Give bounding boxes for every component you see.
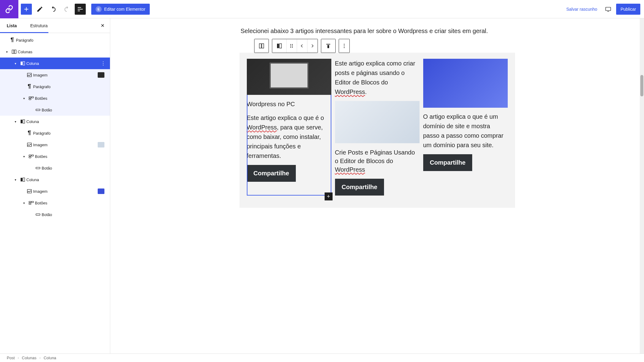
- breadcrumb-column[interactable]: Coluna: [43, 356, 56, 360]
- drag-handle[interactable]: [286, 39, 297, 53]
- site-logo[interactable]: [0, 0, 18, 18]
- column-icon: [19, 60, 26, 66]
- breadcrumb: Post › Colunas › Coluna: [0, 353, 644, 362]
- close-sidebar-button[interactable]: ×: [100, 21, 106, 30]
- align-button[interactable]: [321, 39, 335, 53]
- chevron-down-icon[interactable]: ▾: [20, 97, 28, 100]
- editor-canvas[interactable]: Selecionei abaixo 3 artigos interessante…: [110, 18, 644, 353]
- tree-item-botões[interactable]: ▾Botões: [0, 92, 110, 104]
- columns-block[interactable]: Wordpress no PC Este artigo explica o qu…: [239, 53, 515, 208]
- tree-thumbnail: [98, 142, 104, 147]
- tree-item-imagem[interactable]: Imagem: [0, 139, 110, 151]
- svg-point-30: [290, 46, 291, 47]
- tree-item-botões[interactable]: ▾Botões: [0, 151, 110, 162]
- tree-item-botão[interactable]: Botão: [0, 209, 110, 220]
- tree-item-coluna[interactable]: ▾Coluna⋮: [0, 58, 110, 69]
- chevron-down-icon[interactable]: ▾: [20, 155, 28, 158]
- list-view-button[interactable]: [75, 4, 86, 15]
- more-options-button[interactable]: [339, 39, 349, 53]
- chevron-down-icon[interactable]: ▾: [12, 178, 19, 181]
- share-button-1[interactable]: Compartilhe: [247, 165, 296, 182]
- svg-rect-1: [12, 50, 14, 54]
- block-tree: Parágrafo▾Colunas▾Coluna⋮ImagemParágrafo…: [0, 33, 110, 353]
- edit-with-elementor-button[interactable]: E Editar com Elementor: [91, 4, 150, 15]
- tree-item-parágrafo[interactable]: Parágrafo: [0, 34, 110, 46]
- tree-item-botões[interactable]: ▾Botões: [0, 197, 110, 209]
- svg-rect-21: [32, 201, 34, 203]
- add-block-button[interactable]: [21, 4, 32, 15]
- insert-block-button[interactable]: +: [325, 192, 333, 200]
- share-button-2[interactable]: Compartilhe: [335, 179, 384, 196]
- svg-rect-25: [262, 44, 263, 48]
- svg-point-31: [292, 46, 293, 47]
- tab-structure[interactable]: Estrutura: [24, 19, 55, 32]
- sidebar: Lista Estrutura × Parágrafo▾Colunas▾Colu…: [0, 18, 110, 353]
- button-icon: [34, 107, 42, 113]
- column-1-text[interactable]: Este artigo explica o que é o WordPress,…: [247, 113, 331, 161]
- column-3-text[interactable]: O artigo explica o que é um domínio de s…: [423, 112, 508, 150]
- parent-block-button[interactable]: [254, 39, 269, 53]
- chevron-down-icon[interactable]: ▾: [12, 120, 19, 123]
- undo-button[interactable]: [48, 4, 59, 15]
- svg-rect-23: [36, 214, 40, 215]
- tree-label: Botões: [35, 96, 47, 101]
- column-icon: [19, 118, 26, 125]
- column-2[interactable]: Este artigo explica como criar posts e p…: [335, 59, 420, 196]
- svg-rect-4: [23, 62, 25, 65]
- tree-label: Coluna: [26, 177, 39, 182]
- svg-rect-11: [23, 120, 25, 123]
- column-icon: [19, 177, 26, 183]
- column-3[interactable]: O artigo explica o que é um domínio de s…: [423, 59, 508, 196]
- preview-button[interactable]: [603, 4, 614, 15]
- button-icon: [34, 211, 42, 218]
- svg-rect-10: [21, 120, 22, 123]
- scrollbar-track[interactable]: [640, 18, 644, 353]
- svg-rect-2: [14, 50, 16, 54]
- publish-button[interactable]: Publicar: [616, 4, 640, 15]
- save-draft-button[interactable]: Salvar rascunho: [563, 5, 600, 13]
- tree-item-colunas[interactable]: ▾Colunas: [0, 46, 110, 58]
- column-2-top-text[interactable]: Este artigo explica como criar posts e p…: [335, 59, 420, 97]
- tree-label: Coluna: [26, 61, 39, 66]
- scrollbar-thumb[interactable]: [640, 75, 643, 96]
- image-block-1[interactable]: [247, 59, 331, 95]
- chevron-down-icon[interactable]: ▾: [12, 62, 19, 65]
- svg-rect-22: [29, 203, 31, 204]
- move-right-button[interactable]: [307, 39, 318, 53]
- svg-rect-3: [21, 62, 22, 65]
- tree-item-parágrafo[interactable]: Parágrafo: [0, 127, 110, 139]
- move-left-button[interactable]: [297, 39, 307, 53]
- image-block-3[interactable]: [423, 59, 508, 108]
- tree-item-botão[interactable]: Botão: [0, 104, 110, 116]
- tree-item-coluna[interactable]: ▾Coluna: [0, 116, 110, 127]
- image-icon: [26, 142, 33, 148]
- columns-icon: [10, 49, 18, 55]
- more-icon[interactable]: ⋮: [101, 61, 106, 66]
- tree-label: Parágrafo: [33, 131, 51, 136]
- svg-rect-16: [36, 167, 40, 169]
- breadcrumb-post[interactable]: Post: [7, 356, 15, 360]
- tree-item-coluna[interactable]: ▾Coluna: [0, 174, 110, 185]
- tree-item-imagem[interactable]: Imagem: [0, 69, 110, 81]
- column-1-title[interactable]: Wordpress no PC: [247, 100, 331, 108]
- intro-paragraph[interactable]: Selecionei abaixo 3 artigos interessante…: [239, 28, 515, 35]
- tree-item-imagem[interactable]: Imagem: [0, 185, 110, 197]
- image-block-2[interactable]: [335, 101, 420, 143]
- share-button-3[interactable]: Compartilhe: [423, 154, 473, 171]
- tree-item-botão[interactable]: Botão: [0, 162, 110, 174]
- svg-point-28: [290, 44, 291, 45]
- top-toolbar: E Editar com Elementor Salvar rascunho P…: [0, 0, 644, 18]
- column-1[interactable]: Wordpress no PC Este artigo explica o qu…: [247, 59, 331, 196]
- column-2-title[interactable]: Crie Posts e Páginas Usando o Editor de …: [335, 148, 420, 174]
- edit-mode-button[interactable]: [34, 4, 45, 15]
- tree-label: Imagem: [33, 143, 47, 147]
- svg-rect-24: [259, 44, 261, 48]
- block-type-button[interactable]: [272, 39, 286, 53]
- tree-item-parágrafo[interactable]: Parágrafo: [0, 81, 110, 92]
- tab-list[interactable]: Lista: [0, 19, 24, 32]
- chevron-down-icon[interactable]: ▾: [20, 201, 28, 205]
- breadcrumb-columns[interactable]: Colunas: [22, 356, 36, 360]
- chevron-down-icon[interactable]: ▾: [3, 50, 10, 54]
- redo-button[interactable]: [61, 4, 72, 15]
- tree-thumbnail: [98, 72, 104, 78]
